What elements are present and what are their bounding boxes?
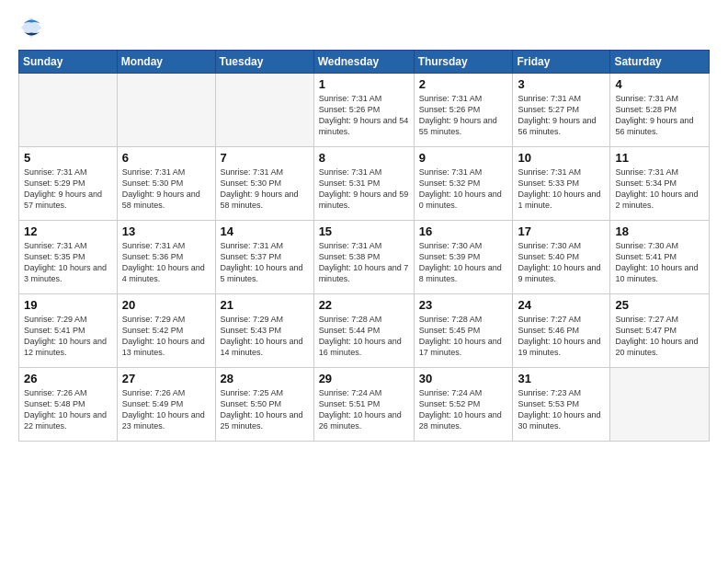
day-cell: 18Sunrise: 7:30 AM Sunset: 5:41 PM Dayli… — [610, 221, 710, 294]
day-info: Sunrise: 7:24 AM Sunset: 5:52 PM Dayligh… — [419, 387, 508, 432]
day-number: 28 — [221, 372, 309, 385]
day-cell: 20Sunrise: 7:29 AM Sunset: 5:42 PM Dayli… — [117, 294, 215, 368]
day-number: 23 — [419, 298, 508, 312]
day-info: Sunrise: 7:30 AM Sunset: 5:39 PM Dayligh… — [419, 240, 508, 285]
day-info: Sunrise: 7:29 AM Sunset: 5:41 PM Dayligh… — [24, 314, 112, 359]
day-info: Sunrise: 7:29 AM Sunset: 5:42 PM Dayligh… — [122, 314, 210, 359]
calendar-table: SundayMondayTuesdayWednesdayThursdayFrid… — [18, 50, 710, 442]
day-info: Sunrise: 7:31 AM Sunset: 5:30 PM Dayligh… — [122, 167, 210, 212]
generalblue-icon — [18, 15, 44, 40]
days-header-row: SundayMondayTuesdayWednesdayThursdayFrid… — [19, 51, 710, 74]
day-info: Sunrise: 7:31 AM Sunset: 5:30 PM Dayligh… — [221, 167, 309, 212]
day-info: Sunrise: 7:31 AM Sunset: 5:37 PM Dayligh… — [221, 240, 309, 285]
day-number: 9 — [419, 151, 508, 165]
day-number: 3 — [518, 77, 605, 91]
day-number: 24 — [518, 298, 605, 312]
day-info: Sunrise: 7:31 AM Sunset: 5:32 PM Dayligh… — [419, 167, 508, 212]
day-cell: 24Sunrise: 7:27 AM Sunset: 5:46 PM Dayli… — [513, 294, 610, 368]
day-number: 17 — [518, 224, 605, 238]
day-info: Sunrise: 7:23 AM Sunset: 5:53 PM Dayligh… — [518, 387, 605, 432]
day-cell: 31Sunrise: 7:23 AM Sunset: 5:53 PM Dayli… — [513, 368, 610, 442]
day-number: 31 — [518, 372, 605, 385]
day-info: Sunrise: 7:26 AM Sunset: 5:48 PM Dayligh… — [24, 387, 112, 432]
day-cell: 25Sunrise: 7:27 AM Sunset: 5:47 PM Dayli… — [610, 294, 710, 368]
day-cell: 1Sunrise: 7:31 AM Sunset: 5:26 PM Daylig… — [313, 74, 414, 147]
day-info: Sunrise: 7:28 AM Sunset: 5:45 PM Dayligh… — [419, 314, 508, 359]
day-cell: 23Sunrise: 7:28 AM Sunset: 5:45 PM Dayli… — [414, 294, 513, 368]
day-header-thursday: Thursday — [414, 51, 513, 74]
day-info: Sunrise: 7:28 AM Sunset: 5:44 PM Dayligh… — [319, 314, 409, 359]
day-cell: 19Sunrise: 7:29 AM Sunset: 5:41 PM Dayli… — [19, 294, 118, 368]
day-info: Sunrise: 7:31 AM Sunset: 5:34 PM Dayligh… — [615, 167, 704, 212]
week-row-2: 5Sunrise: 7:31 AM Sunset: 5:29 PM Daylig… — [19, 147, 710, 221]
day-info: Sunrise: 7:31 AM Sunset: 5:31 PM Dayligh… — [319, 167, 409, 212]
day-number: 12 — [24, 224, 112, 238]
day-cell: 16Sunrise: 7:30 AM Sunset: 5:39 PM Dayli… — [414, 221, 513, 294]
day-info: Sunrise: 7:31 AM Sunset: 5:38 PM Dayligh… — [319, 240, 409, 285]
day-number: 8 — [319, 151, 409, 165]
day-cell: 13Sunrise: 7:31 AM Sunset: 5:36 PM Dayli… — [117, 221, 215, 294]
day-info: Sunrise: 7:31 AM Sunset: 5:26 PM Dayligh… — [319, 93, 409, 138]
day-info: Sunrise: 7:30 AM Sunset: 5:40 PM Dayligh… — [518, 240, 605, 285]
page: SundayMondayTuesdayWednesdayThursdayFrid… — [0, 0, 728, 563]
day-info: Sunrise: 7:25 AM Sunset: 5:50 PM Dayligh… — [221, 387, 309, 432]
day-cell: 5Sunrise: 7:31 AM Sunset: 5:29 PM Daylig… — [19, 147, 118, 221]
day-header-tuesday: Tuesday — [215, 51, 313, 74]
day-cell: 28Sunrise: 7:25 AM Sunset: 5:50 PM Dayli… — [215, 368, 313, 442]
day-number: 14 — [221, 224, 309, 238]
day-number: 18 — [615, 224, 704, 238]
day-cell: 21Sunrise: 7:29 AM Sunset: 5:43 PM Dayli… — [215, 294, 313, 368]
day-number: 29 — [319, 372, 409, 385]
day-number: 2 — [419, 77, 508, 91]
day-number: 4 — [615, 77, 704, 91]
day-cell: 8Sunrise: 7:31 AM Sunset: 5:31 PM Daylig… — [313, 147, 414, 221]
day-cell: 4Sunrise: 7:31 AM Sunset: 5:28 PM Daylig… — [610, 74, 710, 147]
day-info: Sunrise: 7:31 AM Sunset: 5:29 PM Dayligh… — [24, 167, 112, 212]
logo — [18, 15, 48, 40]
day-info: Sunrise: 7:29 AM Sunset: 5:43 PM Dayligh… — [221, 314, 309, 359]
day-header-saturday: Saturday — [610, 51, 710, 74]
day-number: 16 — [419, 224, 508, 238]
day-cell: 22Sunrise: 7:28 AM Sunset: 5:44 PM Dayli… — [313, 294, 414, 368]
day-number: 7 — [221, 151, 309, 165]
day-cell — [610, 368, 710, 442]
day-cell — [215, 74, 313, 147]
day-cell: 2Sunrise: 7:31 AM Sunset: 5:26 PM Daylig… — [414, 74, 513, 147]
day-number: 21 — [221, 298, 309, 312]
week-row-4: 19Sunrise: 7:29 AM Sunset: 5:41 PM Dayli… — [19, 294, 710, 368]
day-number: 20 — [122, 298, 210, 312]
day-header-monday: Monday — [117, 51, 215, 74]
day-cell: 26Sunrise: 7:26 AM Sunset: 5:48 PM Dayli… — [19, 368, 118, 442]
day-info: Sunrise: 7:31 AM Sunset: 5:33 PM Dayligh… — [518, 167, 605, 212]
day-header-friday: Friday — [513, 51, 610, 74]
day-number: 11 — [615, 151, 704, 165]
day-cell: 11Sunrise: 7:31 AM Sunset: 5:34 PM Dayli… — [610, 147, 710, 221]
day-number: 6 — [122, 151, 210, 165]
day-header-wednesday: Wednesday — [313, 51, 414, 74]
day-cell: 12Sunrise: 7:31 AM Sunset: 5:35 PM Dayli… — [19, 221, 118, 294]
week-row-3: 12Sunrise: 7:31 AM Sunset: 5:35 PM Dayli… — [19, 221, 710, 294]
day-cell — [19, 74, 118, 147]
day-cell: 10Sunrise: 7:31 AM Sunset: 5:33 PM Dayli… — [513, 147, 610, 221]
day-cell: 30Sunrise: 7:24 AM Sunset: 5:52 PM Dayli… — [414, 368, 513, 442]
day-number: 30 — [419, 372, 508, 385]
day-info: Sunrise: 7:31 AM Sunset: 5:28 PM Dayligh… — [615, 93, 704, 138]
day-number: 25 — [615, 298, 704, 312]
day-header-sunday: Sunday — [19, 51, 118, 74]
day-cell: 7Sunrise: 7:31 AM Sunset: 5:30 PM Daylig… — [215, 147, 313, 221]
day-info: Sunrise: 7:27 AM Sunset: 5:46 PM Dayligh… — [518, 314, 605, 359]
day-cell: 27Sunrise: 7:26 AM Sunset: 5:49 PM Dayli… — [117, 368, 215, 442]
week-row-1: 1Sunrise: 7:31 AM Sunset: 5:26 PM Daylig… — [19, 74, 710, 147]
day-cell: 29Sunrise: 7:24 AM Sunset: 5:51 PM Dayli… — [313, 368, 414, 442]
day-cell: 14Sunrise: 7:31 AM Sunset: 5:37 PM Dayli… — [215, 221, 313, 294]
day-cell — [117, 74, 215, 147]
day-info: Sunrise: 7:26 AM Sunset: 5:49 PM Dayligh… — [122, 387, 210, 432]
day-info: Sunrise: 7:31 AM Sunset: 5:36 PM Dayligh… — [122, 240, 210, 285]
day-info: Sunrise: 7:27 AM Sunset: 5:47 PM Dayligh… — [615, 314, 704, 359]
day-info: Sunrise: 7:31 AM Sunset: 5:35 PM Dayligh… — [24, 240, 112, 285]
day-number: 5 — [24, 151, 112, 165]
day-cell: 15Sunrise: 7:31 AM Sunset: 5:38 PM Dayli… — [313, 221, 414, 294]
day-number: 1 — [319, 77, 409, 91]
day-number: 27 — [122, 372, 210, 385]
day-info: Sunrise: 7:31 AM Sunset: 5:27 PM Dayligh… — [518, 93, 605, 138]
